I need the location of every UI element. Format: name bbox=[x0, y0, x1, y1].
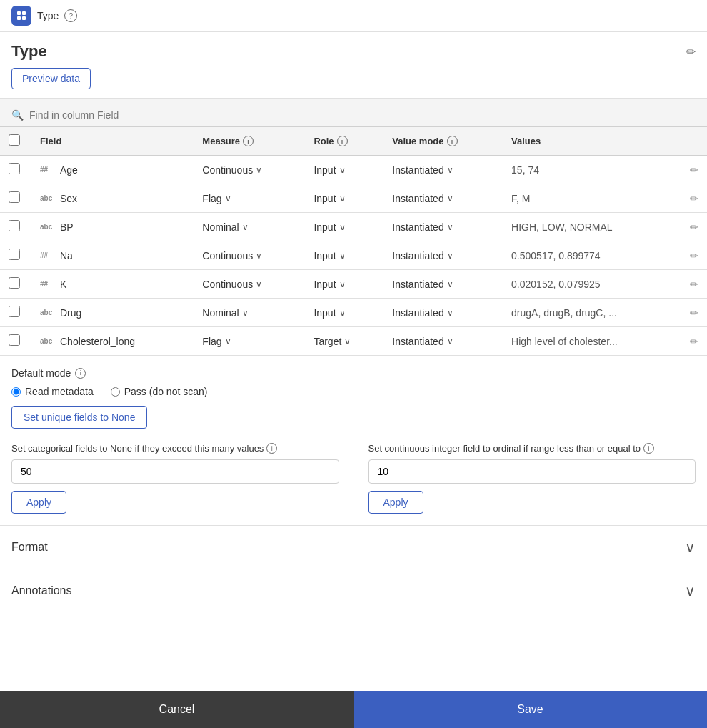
row-edit-icon[interactable]: ✏ bbox=[690, 164, 698, 176]
continuous-input[interactable] bbox=[368, 459, 696, 484]
preview-data-button[interactable]: Preview data bbox=[11, 68, 91, 89]
value-mode-cell-2[interactable]: Instantiated ∨ bbox=[383, 213, 503, 241]
value-mode-cell-1[interactable]: Instantiated ∨ bbox=[383, 184, 503, 213]
categorical-label: Set categorical fields to None if they e… bbox=[11, 443, 339, 454]
measure-cell-2[interactable]: Nominal ∨ bbox=[194, 213, 305, 241]
row-edit-icon[interactable]: ✏ bbox=[690, 336, 698, 347]
apply-continuous-button[interactable]: Apply bbox=[368, 491, 423, 514]
edit-cell-1[interactable]: ✏ bbox=[681, 184, 707, 213]
edit-icon[interactable]: ✏ bbox=[686, 45, 696, 59]
radio-pass-input[interactable] bbox=[111, 387, 120, 397]
measure-value: Nominal bbox=[202, 221, 239, 233]
continuous-col: Set continuous integer field to ordinal … bbox=[354, 443, 696, 514]
edit-cell-0[interactable]: ✏ bbox=[681, 156, 707, 184]
value-mode-value: Instantiated bbox=[392, 279, 443, 290]
row-checkbox-4[interactable] bbox=[9, 277, 20, 289]
role-cell-6[interactable]: Target ∨ bbox=[305, 327, 383, 356]
continuous-label: Set continuous integer field to ordinal … bbox=[368, 443, 696, 454]
measure-chevron: ∨ bbox=[256, 251, 262, 261]
edit-cell-2[interactable]: ✏ bbox=[681, 213, 707, 241]
role-chevron: ∨ bbox=[339, 308, 346, 318]
row-edit-icon[interactable]: ✏ bbox=[690, 307, 698, 319]
value-mode-chevron: ∨ bbox=[447, 308, 453, 318]
role-cell-4[interactable]: Input ∨ bbox=[305, 270, 383, 299]
measure-chevron: ∨ bbox=[242, 222, 249, 232]
role-value: Input bbox=[314, 193, 336, 204]
apply-categorical-button[interactable]: Apply bbox=[11, 491, 66, 514]
radio-pass-no-scan[interactable]: Pass (do not scan) bbox=[111, 386, 208, 397]
measure-cell-4[interactable]: Continuous ∨ bbox=[194, 270, 305, 299]
table-row: ## Na Continuous ∨ Input ∨ Instantiated bbox=[0, 241, 707, 270]
role-cell-2[interactable]: Input ∨ bbox=[305, 213, 383, 241]
measure-cell-0[interactable]: Continuous ∨ bbox=[194, 156, 305, 184]
role-cell-5[interactable]: Input ∨ bbox=[305, 299, 383, 327]
field-type-icon: ## bbox=[40, 280, 56, 288]
categorical-col: Set categorical fields to None if they e… bbox=[11, 443, 354, 514]
values-cell-1: F, M bbox=[503, 184, 681, 213]
role-cell-3[interactable]: Input ∨ bbox=[305, 241, 383, 270]
help-icon[interactable]: ? bbox=[64, 9, 77, 22]
edit-cell-5[interactable]: ✏ bbox=[681, 299, 707, 327]
col-measure: Measure i bbox=[194, 127, 305, 156]
value-mode-value: Instantiated bbox=[392, 221, 443, 233]
categorical-input[interactable] bbox=[11, 459, 339, 484]
value-mode-cell-5[interactable]: Instantiated ∨ bbox=[383, 299, 503, 327]
svg-rect-3 bbox=[22, 16, 26, 20]
table-row: abc Cholesterol_long Flag ∨ Target ∨ Ins… bbox=[0, 327, 707, 356]
row-checkbox-1[interactable] bbox=[9, 191, 20, 203]
measure-cell-1[interactable]: Flag ∨ bbox=[194, 184, 305, 213]
format-header[interactable]: Format ∨ bbox=[0, 526, 707, 569]
col-values: Values bbox=[503, 127, 681, 156]
value-mode-cell-0[interactable]: Instantiated ∨ bbox=[383, 156, 503, 184]
edit-cell-4[interactable]: ✏ bbox=[681, 270, 707, 299]
app-icon bbox=[11, 6, 31, 26]
svg-rect-2 bbox=[17, 16, 21, 20]
row-checkbox-cell bbox=[0, 241, 31, 270]
edit-cell-3[interactable]: ✏ bbox=[681, 241, 707, 270]
row-checkbox-5[interactable] bbox=[9, 306, 20, 317]
role-cell-0[interactable]: Input ∨ bbox=[305, 156, 383, 184]
value-mode-cell-6[interactable]: Instantiated ∨ bbox=[383, 327, 503, 356]
radio-read-input[interactable] bbox=[11, 387, 21, 397]
values-text: 15, 74 bbox=[511, 164, 539, 176]
settings-section: Default mode i Read metadata Pass (do no… bbox=[0, 356, 707, 514]
annotations-title: Annotations bbox=[11, 584, 72, 597]
field-name: Drug bbox=[60, 307, 81, 319]
measure-cell-3[interactable]: Continuous ∨ bbox=[194, 241, 305, 270]
two-col-settings: Set categorical fields to None if they e… bbox=[11, 443, 696, 514]
format-collapse-icon: ∨ bbox=[685, 539, 696, 556]
measure-cell-6[interactable]: Flag ∨ bbox=[194, 327, 305, 356]
value-mode-chevron: ∨ bbox=[447, 279, 453, 289]
cancel-button[interactable]: Cancel bbox=[0, 691, 354, 728]
top-bar: Type ? bbox=[0, 0, 707, 32]
row-edit-icon[interactable]: ✏ bbox=[690, 279, 698, 290]
field-cell-5: abc Drug bbox=[31, 299, 194, 327]
value-mode-value: Instantiated bbox=[392, 250, 443, 261]
values-text: HIGH, LOW, NORMAL bbox=[511, 221, 613, 233]
set-unique-fields-button[interactable]: Set unique fields to None bbox=[11, 406, 147, 429]
row-edit-icon[interactable]: ✏ bbox=[690, 193, 698, 204]
save-button[interactable]: Save bbox=[354, 691, 707, 728]
radio-read-metadata[interactable]: Read metadata bbox=[11, 386, 94, 397]
select-all-checkbox[interactable] bbox=[9, 134, 20, 146]
format-section: Format ∨ bbox=[0, 525, 707, 569]
table-row: abc BP Nominal ∨ Input ∨ Instantiated bbox=[0, 213, 707, 241]
measure-cell-5[interactable]: Nominal ∨ bbox=[194, 299, 305, 327]
default-mode-container: Default mode i Read metadata Pass (do no… bbox=[11, 367, 696, 397]
annotations-collapse-icon: ∨ bbox=[685, 582, 696, 599]
annotations-header[interactable]: Annotations ∨ bbox=[0, 569, 707, 612]
value-mode-cell-4[interactable]: Instantiated ∨ bbox=[383, 270, 503, 299]
row-checkbox-6[interactable] bbox=[9, 334, 20, 346]
row-checkbox-cell bbox=[0, 213, 31, 241]
role-cell-1[interactable]: Input ∨ bbox=[305, 184, 383, 213]
search-input[interactable] bbox=[29, 109, 696, 121]
row-checkbox-0[interactable] bbox=[9, 163, 20, 174]
field-type-icon: ## bbox=[40, 166, 56, 174]
row-checkbox-3[interactable] bbox=[9, 249, 20, 260]
row-checkbox-2[interactable] bbox=[9, 220, 20, 231]
row-edit-icon[interactable]: ✏ bbox=[690, 250, 698, 261]
row-edit-icon[interactable]: ✏ bbox=[690, 221, 698, 233]
edit-cell-6[interactable]: ✏ bbox=[681, 327, 707, 356]
value-mode-cell-3[interactable]: Instantiated ∨ bbox=[383, 241, 503, 270]
svg-rect-0 bbox=[17, 11, 21, 15]
